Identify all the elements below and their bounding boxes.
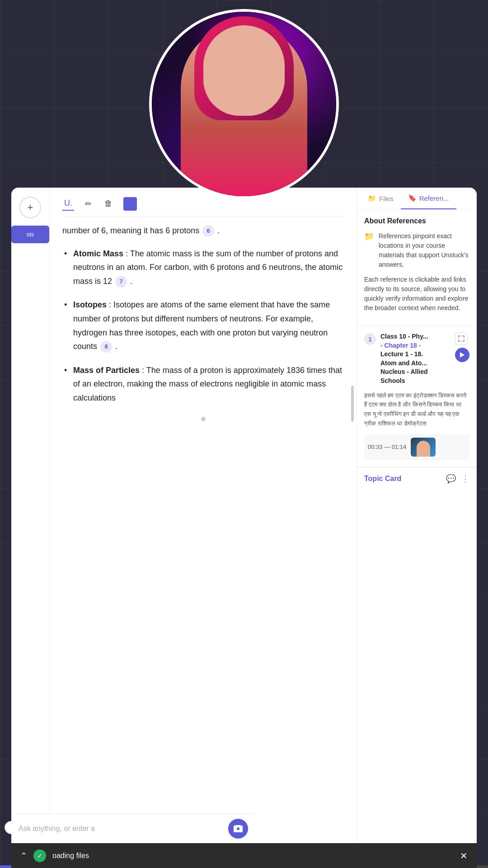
scroll-thumb	[351, 386, 354, 422]
about-item-1: 📁 References pinpoint exact locations in…	[364, 231, 469, 269]
underline-button[interactable]: U.	[62, 197, 74, 211]
play-button[interactable]	[455, 348, 469, 362]
chat-icon[interactable]: 💬	[446, 474, 456, 484]
each-reference-text: Each reference is clickable and links di…	[364, 275, 469, 313]
expand-icon-button[interactable]	[455, 332, 468, 345]
input-placeholder: Ask anything, or enter a	[19, 825, 223, 833]
main-panel: + sts ⌄ U. ✏ 🗑 number of 6, meaning it h…	[11, 188, 477, 848]
loading-bar: ⌃ ✓ oading files ✕	[11, 843, 477, 868]
content-toolbar: U. ✏ 🗑	[62, 197, 344, 217]
ref-badge-6[interactable]: 6	[202, 225, 214, 237]
folder-icon: 📁	[364, 231, 374, 269]
ref-card-title: Class 10 - Phy... - Chapter 18 - Lecture…	[380, 332, 450, 386]
topic-card-bar: Topic Card 💬 ⋮	[357, 467, 477, 490]
thumbnail-image	[411, 438, 436, 457]
loading-text: oading files	[52, 852, 454, 860]
plus-icon: +	[28, 202, 33, 213]
more-icon[interactable]: ⋮	[461, 474, 469, 484]
bullet-atomic-mass: Atomic Mass : The atomic mass is the sum…	[62, 247, 344, 288]
term-atomic-mass: Atomic Mass	[73, 249, 123, 258]
sidebar-add-button[interactable]: +	[19, 197, 41, 218]
about-references-title: About References	[364, 217, 469, 225]
loading-success-icon: ✓	[33, 849, 46, 862]
ref-card-body-text: इससे पहले हम एटम का इंट्रोडक्शन डिस्कस क…	[364, 391, 469, 429]
content-area[interactable]: U. ✏ 🗑 number of 6, meaning it has 6 pro…	[50, 188, 357, 848]
ref-badge-8[interactable]: 8	[100, 341, 112, 353]
bullet-mass-particles: Mass of Particles : The mass of a proton…	[62, 363, 344, 405]
scroll-dot-indicator	[62, 415, 344, 423]
timestamp-range: 00:33 — 01:14	[368, 443, 406, 450]
isotopes-text: : Isotopes are atoms of the same element…	[73, 300, 330, 351]
tab-references[interactable]: 🔖 Referen...	[401, 188, 456, 209]
active-tool-indicator	[123, 197, 137, 211]
bullet-isotopes: Isotopes : Isotopes are atoms of the sam…	[62, 298, 344, 353]
content-scrollbar[interactable]	[351, 188, 354, 848]
tab-files[interactable]: 📁 Files	[361, 188, 401, 209]
content-bullet-list: Atomic Mass : The atomic mass is the sum…	[62, 247, 344, 405]
edit-button[interactable]: ✏	[83, 197, 94, 211]
camera-button[interactable]	[228, 819, 248, 839]
page-dot	[201, 417, 206, 421]
loading-expand-button[interactable]: ⌃	[20, 851, 27, 861]
ref-badge-7[interactable]: 7	[115, 276, 127, 288]
ref-number-badge: 1	[364, 333, 376, 345]
ref-card-header: 1 Class 10 - Phy... - Chapter 18 - Lectu…	[364, 332, 469, 386]
left-sidebar: + sts ⌄	[11, 188, 50, 848]
term-mass-particles: Mass of Particles	[73, 366, 140, 375]
about-item-2: Each reference is clickable and links di…	[364, 275, 469, 313]
video-feed	[149, 9, 339, 199]
about-references-section: About References 📁 References pinpoint e…	[357, 210, 477, 326]
ref-thumbnail[interactable]: 00:33 — 01:14	[364, 434, 469, 460]
thumbnail-person	[417, 441, 430, 457]
references-icon: 🔖	[408, 194, 417, 202]
panel-tabs: 📁 Files 🔖 Referen...	[357, 188, 477, 210]
sidebar-menu-item[interactable]: sts	[11, 226, 49, 243]
files-icon: 📁	[368, 194, 376, 203]
reference-card-1[interactable]: 1 Class 10 - Phy... - Chapter 18 - Lectu…	[357, 326, 477, 467]
loading-close-button[interactable]: ✕	[460, 850, 468, 861]
bottom-input-bar: Ask anything, or enter a	[11, 814, 255, 843]
topic-card-label[interactable]: Topic Card	[364, 475, 441, 483]
intro-paragraph: number of 6, meaning it has 6 protons 6 …	[62, 224, 344, 238]
about-text-1: References pinpoint exact locations in y…	[379, 231, 469, 269]
term-isotopes: Isotopes	[73, 300, 107, 309]
right-panel: 📁 Files 🔖 Referen... About References 📁 …	[357, 188, 477, 848]
delete-button[interactable]: 🗑	[103, 197, 114, 210]
